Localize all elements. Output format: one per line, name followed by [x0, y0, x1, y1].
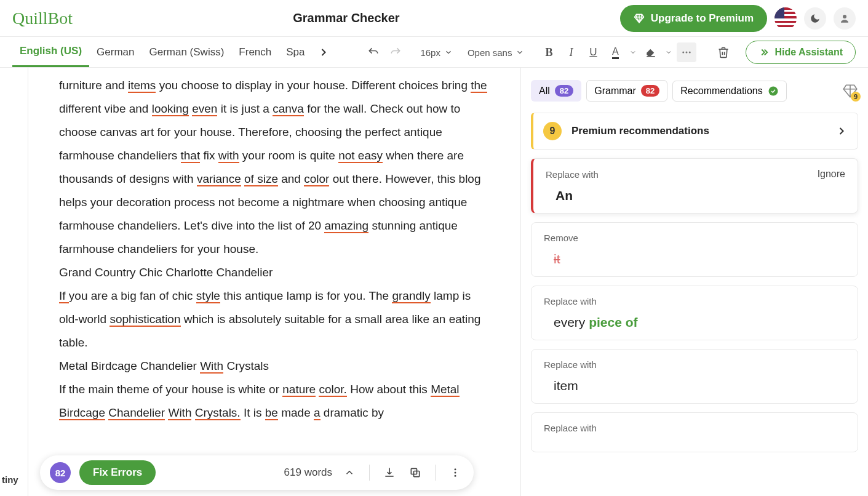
- underline-button[interactable]: U: [583, 42, 603, 62]
- logo[interactable]: QuillBot: [12, 9, 73, 28]
- redo-button[interactable]: [386, 42, 405, 62]
- header: QuillBot Grammar Checker Upgrade to Prem…: [0, 0, 868, 37]
- font-size-select[interactable]: 16px: [415, 47, 458, 58]
- suggestion-card[interactable]: Replace with: [531, 412, 858, 452]
- svg-point-8: [455, 468, 456, 470]
- grammar-error[interactable]: variance: [197, 172, 241, 186]
- editor-toolbar: 16px Open sans B I U A Hide Assistant: [346, 37, 868, 68]
- filter-all[interactable]: All 82: [531, 80, 581, 102]
- collapse-button[interactable]: [341, 467, 358, 478]
- grammar-error[interactable]: not easy: [338, 149, 383, 163]
- person-icon: [839, 13, 850, 24]
- upgrade-premium-button[interactable]: Upgrade to Premium: [620, 5, 767, 32]
- suggestion-card[interactable]: Removeit: [531, 222, 858, 277]
- tiny-label: tiny: [2, 474, 18, 485]
- more-formatting-button[interactable]: [677, 42, 696, 62]
- filter-recommendations[interactable]: Recommendations: [672, 81, 786, 102]
- suggestion-card[interactable]: Replace withevery piece of: [531, 286, 858, 340]
- grammar-error[interactable]: items: [128, 79, 156, 93]
- bottom-bar: 82 Fix Errors 619 words: [40, 455, 474, 490]
- grammar-error[interactable]: Birdcage: [59, 406, 105, 420]
- error-count-circle[interactable]: 82: [50, 462, 71, 483]
- grammar-error[interactable]: canva: [273, 102, 304, 116]
- grammar-error[interactable]: grandly: [392, 289, 430, 303]
- lang-tab-english-us[interactable]: English (US): [12, 37, 89, 67]
- account-button[interactable]: [834, 7, 856, 30]
- copy-button[interactable]: [407, 466, 424, 479]
- divider: [369, 465, 370, 481]
- filter-grammar[interactable]: Grammar 82: [586, 80, 667, 102]
- lang-tab-german[interactable]: German: [89, 37, 141, 67]
- lang-tab-german-swiss[interactable]: German (Swiss): [141, 37, 231, 67]
- diamond-icon: [634, 13, 645, 24]
- chevron-right-icon: [835, 125, 848, 137]
- suggestion-text[interactable]: every piece of: [544, 315, 845, 330]
- undo-button[interactable]: [364, 42, 383, 62]
- highlighter-icon: [645, 47, 656, 58]
- grammar-count-badge: 82: [641, 85, 659, 97]
- grammar-error[interactable]: the: [471, 79, 487, 93]
- grammar-error[interactable]: be: [265, 406, 278, 420]
- hide-assistant-button[interactable]: Hide Assistant: [746, 41, 856, 64]
- dots-horizontal-icon: [681, 47, 692, 58]
- grammar-error[interactable]: color: [304, 172, 329, 186]
- grammar-error[interactable]: With: [200, 359, 223, 374]
- grammar-error[interactable]: Metal: [431, 383, 459, 397]
- font-family-select[interactable]: Open sans: [463, 47, 530, 58]
- bold-button[interactable]: B: [539, 42, 559, 62]
- check-circle-icon: [768, 86, 779, 97]
- dark-mode-toggle[interactable]: [804, 7, 826, 30]
- grammar-error[interactable]: amazing: [324, 219, 368, 233]
- language-flag-us[interactable]: [774, 7, 797, 30]
- grammar-error[interactable]: with: [218, 149, 239, 163]
- suggestion-text[interactable]: item: [544, 378, 845, 393]
- suggestion-label: Replace with: [544, 296, 597, 306]
- chevron-up-icon: [344, 467, 355, 478]
- grammar-error[interactable]: a: [314, 406, 321, 420]
- more-options-button[interactable]: [447, 467, 464, 478]
- ignore-button[interactable]: Ignore: [818, 169, 845, 180]
- svg-rect-1: [647, 56, 656, 57]
- trash-icon: [717, 46, 730, 58]
- editor-heading: Metal Birdcage Chandelier With Crystals: [59, 354, 490, 378]
- highlight-dropdown[interactable]: [663, 42, 674, 62]
- lang-tab-french[interactable]: French: [231, 37, 279, 67]
- suggestion-text[interactable]: it: [544, 252, 845, 266]
- download-button[interactable]: [381, 466, 398, 479]
- suggestion-label: Remove: [544, 233, 578, 243]
- suggestion-card[interactable]: Replace withitem: [531, 349, 858, 404]
- assistant-panel: All 82 Grammar 82 Recommendations 9 9 Pr…: [520, 68, 868, 496]
- grammar-error[interactable]: of size: [244, 172, 278, 186]
- text-color-dropdown[interactable]: [627, 42, 639, 62]
- svg-point-0: [843, 15, 846, 18]
- grammar-error[interactable]: With: [168, 406, 191, 420]
- grammar-error[interactable]: nature: [282, 383, 316, 397]
- grammar-error[interactable]: even: [192, 102, 217, 116]
- grammar-error[interactable]: that: [181, 149, 201, 163]
- premium-diamond-button[interactable]: 9: [842, 83, 858, 99]
- grammar-error[interactable]: If: [59, 289, 69, 303]
- suggestion-card[interactable]: Replace withIgnoreAn: [531, 158, 858, 214]
- editor-column: furniture and items you choose to displa…: [28, 68, 520, 496]
- lang-tab-spanish[interactable]: Spa: [279, 37, 312, 67]
- grammar-error[interactable]: Crystals.: [195, 406, 241, 420]
- svg-point-9: [455, 472, 456, 474]
- svg-point-10: [455, 475, 456, 477]
- delete-button[interactable]: [714, 42, 733, 62]
- fix-errors-button[interactable]: Fix Errors: [79, 460, 156, 485]
- filter-row: All 82 Grammar 82 Recommendations 9: [531, 80, 858, 102]
- text-color-button[interactable]: A: [605, 42, 625, 62]
- highlight-button[interactable]: [641, 42, 661, 62]
- chevron-down-icon: [629, 49, 637, 56]
- italic-button[interactable]: I: [561, 42, 581, 62]
- editor-heading: Grand Country Chic Charlotte Chandelier: [59, 261, 490, 284]
- editor-content[interactable]: furniture and items you choose to displa…: [28, 68, 520, 462]
- lang-scroll-right[interactable]: [317, 46, 330, 58]
- grammar-error[interactable]: looking: [152, 102, 189, 116]
- grammar-error[interactable]: color.: [319, 383, 346, 397]
- suggestion-text[interactable]: An: [546, 188, 845, 203]
- grammar-error[interactable]: style: [196, 289, 220, 303]
- premium-recommendations-banner[interactable]: 9 Premium recommendations: [531, 113, 858, 150]
- grammar-error[interactable]: Chandelier: [108, 406, 165, 420]
- grammar-error[interactable]: sophistication: [109, 313, 180, 327]
